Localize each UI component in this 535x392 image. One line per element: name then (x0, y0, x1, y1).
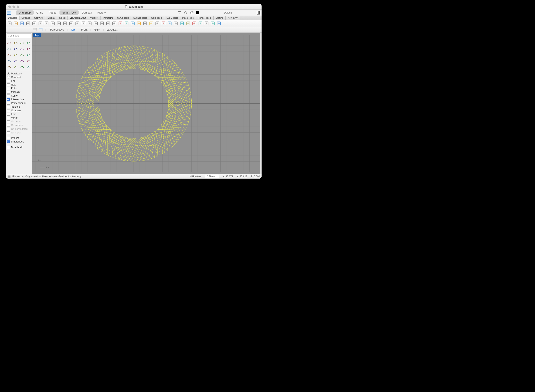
osnap-knot[interactable]: Knot (7, 112, 31, 116)
toolbar-tab-curve-tools[interactable]: Curve Tools (115, 16, 131, 20)
record-history-icon[interactable] (184, 11, 188, 15)
lightbulb-icon[interactable] (148, 20, 154, 26)
osnap-tangent[interactable]: Tangent (7, 105, 31, 109)
toolbar-tab-visibility[interactable]: Visibility (88, 16, 101, 20)
osnap-near[interactable]: Near (7, 83, 31, 87)
print-icon[interactable] (25, 20, 31, 26)
osnap-intersection[interactable]: Intersection (7, 98, 31, 101)
rotate-view-icon[interactable] (68, 20, 74, 26)
lock-icon[interactable] (155, 20, 160, 26)
point-icon[interactable] (13, 40, 19, 45)
curve-icon[interactable] (26, 40, 31, 45)
viewport[interactable]: Top x y (32, 33, 260, 174)
mode-history[interactable]: History (94, 10, 108, 15)
car-icon[interactable] (117, 20, 123, 26)
viewport-label[interactable]: Top (33, 33, 41, 37)
paste-icon[interactable] (50, 20, 56, 26)
undo-icon[interactable] (56, 20, 62, 26)
layers-icon[interactable] (142, 20, 148, 26)
toolbar-tab-set-view[interactable]: Set View (32, 16, 45, 20)
circle-icon[interactable] (6, 46, 12, 51)
layer-name-display[interactable]: Default (201, 11, 255, 14)
osnap-smarttrack[interactable]: SmartTrack (7, 140, 31, 144)
right-sidebar-collapsed[interactable] (260, 33, 262, 174)
osnap-mode-persistent[interactable]: Persistent (7, 72, 31, 75)
filter-icon[interactable] (178, 11, 182, 15)
osnap-quadrant[interactable]: Quadrant (7, 109, 31, 112)
osnap-point[interactable]: Point (7, 87, 31, 90)
rectangle-icon[interactable] (19, 46, 25, 51)
viewport-tab-right[interactable]: Right (92, 28, 102, 32)
explode-icon[interactable] (13, 64, 19, 70)
help-icon[interactable] (216, 20, 222, 26)
toolbar-tab-new-in-v7[interactable]: New in V7 (226, 16, 240, 20)
layer-color-swatch[interactable] (196, 11, 199, 14)
status-units[interactable]: Millimeters (190, 175, 201, 178)
command-input[interactable] (7, 33, 31, 38)
zoom-icon[interactable] (75, 20, 80, 26)
polyline-icon[interactable] (19, 40, 25, 45)
ellipse-icon[interactable] (6, 52, 12, 58)
status-plane-select[interactable]: CPlane (205, 175, 219, 178)
named-views-icon[interactable] (130, 20, 136, 26)
toolbar-tab-surface-tools[interactable]: Surface Tools (131, 16, 149, 20)
dimension-icon[interactable] (26, 52, 31, 58)
zoom-extents-icon[interactable] (87, 20, 93, 26)
sidebar-toggle-left-icon[interactable] (7, 11, 11, 14)
osnap-midpoint[interactable]: Midpoint (7, 90, 31, 94)
grasshopper-icon[interactable] (197, 20, 203, 26)
zoom-window-icon[interactable] (81, 20, 86, 26)
freeform-icon[interactable] (13, 52, 19, 58)
polygon-icon[interactable] (26, 46, 31, 51)
box-icon[interactable] (6, 58, 12, 64)
options-icon[interactable] (191, 20, 197, 26)
toolbar-tab-subd-tools[interactable]: SubD Tools (164, 16, 180, 20)
spotlight-icon[interactable] (185, 20, 191, 26)
toolbar-tab-cplanes[interactable]: CPlanes (19, 16, 33, 20)
toolbar-tab-mesh-tools[interactable]: Mesh Tools (180, 16, 196, 20)
osnap-project[interactable]: Project (7, 136, 31, 140)
viewport-tab-front[interactable]: Front (80, 28, 89, 32)
text-icon[interactable] (19, 52, 25, 58)
viewport-tab-perspective[interactable]: Perspective (48, 28, 66, 32)
trim-icon[interactable] (26, 64, 31, 70)
toolbar-tab-render-tools[interactable]: Render Tools (196, 16, 214, 20)
mode-planar[interactable]: Planar (46, 10, 60, 15)
mode-ortho[interactable]: Ortho (34, 10, 46, 15)
toolbar-tab-drafting[interactable]: Drafting (214, 16, 226, 20)
show-icon[interactable] (136, 20, 142, 26)
zoom-selected-icon[interactable] (93, 20, 99, 26)
join-icon[interactable] (19, 64, 25, 70)
osnap-end[interactable]: End (7, 79, 31, 83)
pan-icon[interactable] (62, 20, 68, 26)
copy-icon[interactable] (44, 20, 49, 26)
single-viewport-icon[interactable] (38, 28, 43, 32)
close-window-button[interactable] (8, 5, 11, 8)
clipboard-icon[interactable] (31, 20, 37, 26)
undo-view-icon[interactable] (99, 20, 105, 26)
toolbar-tab-viewport-layout[interactable]: Viewport Layout (68, 16, 88, 20)
mode-smarttrack[interactable]: SmartTrack (60, 10, 79, 15)
toolbar-tab-select[interactable]: Select (57, 16, 68, 20)
viewport-tab-top[interactable]: Top (69, 28, 76, 32)
toolbar-tab-solid-tools[interactable]: Solid Tools (149, 16, 164, 20)
move-icon[interactable] (204, 20, 209, 26)
toolbar-tab-standard[interactable]: Standard (6, 16, 19, 20)
osnap-disable-all[interactable]: Disable all (7, 145, 31, 149)
four-view-icon[interactable] (111, 20, 117, 26)
pointer-icon[interactable] (6, 40, 12, 45)
cplanes-icon[interactable] (124, 20, 129, 26)
save-icon[interactable] (19, 20, 25, 26)
target-icon[interactable] (190, 11, 194, 15)
mode-gumball[interactable]: Gumball (79, 10, 94, 15)
toolbar-tab-display[interactable]: Display (45, 16, 57, 20)
mode-grid-snap[interactable]: Grid Snap (16, 10, 34, 15)
sidebar-toggle-right-icon[interactable] (257, 11, 260, 14)
open-file-icon[interactable] (13, 20, 19, 26)
zoom-window-button[interactable] (17, 5, 19, 8)
materials-icon[interactable] (167, 20, 173, 26)
arc-icon[interactable] (13, 46, 19, 51)
sphere-icon[interactable] (13, 58, 19, 64)
cut-icon[interactable] (38, 20, 43, 26)
four-viewport-icon[interactable] (33, 28, 37, 32)
